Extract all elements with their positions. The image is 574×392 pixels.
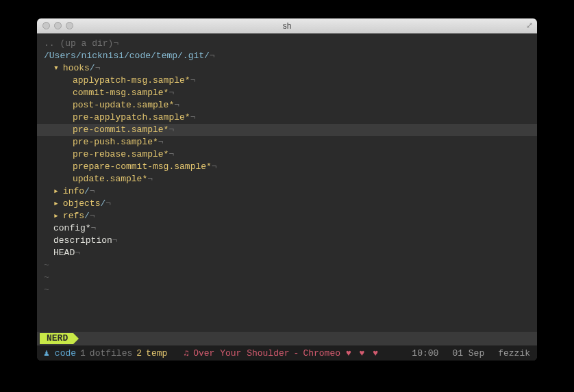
tree-row[interactable]: pre-commit.sample*¬ (37, 124, 537, 136)
file-name[interactable]: description (53, 235, 112, 246)
file-name[interactable]: prepare-commit-msg.sample* (73, 161, 212, 172)
eol-marker: ¬ (190, 112, 196, 122)
dir-name[interactable]: hooks (63, 63, 90, 73)
slash: / (84, 211, 90, 221)
dir-name[interactable]: info (63, 186, 84, 196)
tree-row[interactable]: post-update.sample*¬ (44, 99, 530, 112)
eol-marker: ¬ (169, 88, 174, 98)
tree-row[interactable]: description¬ (44, 235, 530, 247)
eol-marker: ¬ (75, 248, 80, 258)
session-icon: ♟ (44, 348, 49, 358)
tree-row[interactable]: config*¬ (44, 222, 530, 235)
eol-marker: ¬ (91, 223, 97, 233)
file-name[interactable]: applypatch-msg.sample* (73, 75, 190, 86)
music-icon: ♫ (184, 348, 189, 358)
tree-row[interactable]: ▸objects/¬ (44, 198, 530, 210)
slash: / (84, 186, 90, 196)
file-tree[interactable]: .. (up a dir)¬/Users/nicknisi/code/temp/… (37, 34, 537, 332)
eol-marker: ¬ (210, 50, 215, 62)
file-name[interactable]: pre-rebase.sample* (73, 149, 169, 159)
mode-badge: NERD (40, 333, 73, 344)
file-name[interactable]: pre-applypatch.sample* (73, 112, 190, 122)
music-artist: Chromeo (303, 348, 340, 358)
vim-statusbar: NERD (37, 332, 537, 345)
clock-time: 10:00 (412, 348, 438, 358)
tmux-window-name-2[interactable]: temp (146, 348, 167, 358)
eol-marker: ¬ (169, 125, 174, 135)
up-dir-label[interactable]: .. (up a dir) (44, 38, 113, 50)
eol-marker: ¬ (95, 63, 101, 73)
tree-row[interactable]: pre-rebase.sample*¬ (44, 148, 530, 161)
cwd-path: /Users/nicknisi/code/temp/.git/ (44, 50, 210, 62)
dir-name[interactable]: objects (63, 198, 101, 209)
tree-row[interactable]: applypatch-msg.sample*¬ (44, 75, 530, 87)
folder-open-icon[interactable]: ▾ (53, 63, 59, 73)
file-name[interactable]: pre-push.sample* (73, 137, 158, 147)
slash: / (90, 63, 95, 73)
tmux-window-index-1[interactable]: 1 (80, 348, 86, 358)
hostname: fezzik (498, 348, 530, 358)
eol-marker: ¬ (174, 100, 179, 110)
terminal-window: sh ⤢ .. (up a dir)¬/Users/nicknisi/code/… (37, 18, 537, 361)
folder-closed-icon[interactable]: ▸ (53, 211, 59, 221)
folder-closed-icon[interactable]: ▸ (53, 198, 59, 209)
tree-row[interactable]: pre-push.sample*¬ (44, 136, 530, 148)
eol-marker: ¬ (190, 75, 196, 86)
tree-row[interactable]: /Users/nicknisi/code/temp/.git/¬ (44, 50, 530, 62)
file-name[interactable]: pre-commit.sample* (73, 125, 169, 135)
music-title: Over Your Shoulder (193, 348, 289, 358)
terminal-body: .. (up a dir)¬/Users/nicknisi/code/temp/… (37, 34, 537, 361)
hearts-icon: ♥ ♥ ♥ (346, 348, 379, 358)
eol-marker: ¬ (113, 38, 118, 50)
eol-marker: ¬ (90, 186, 95, 196)
file-name[interactable]: post-update.sample* (73, 100, 174, 110)
file-name[interactable]: config* (53, 223, 91, 233)
tree-row[interactable]: pre-applypatch.sample*¬ (44, 112, 530, 124)
titlebar[interactable]: sh ⤢ (37, 18, 537, 34)
eol-marker: ¬ (112, 235, 118, 246)
clock-date: 01 Sep (452, 348, 484, 358)
tree-row[interactable]: .. (up a dir)¬ (44, 38, 530, 50)
tree-row[interactable]: prepare-commit-msg.sample*¬ (44, 161, 530, 173)
file-name[interactable]: HEAD (53, 248, 75, 258)
file-name[interactable]: commit-msg.sample* (73, 88, 169, 98)
tree-row[interactable]: HEAD¬ (44, 247, 530, 259)
tree-row[interactable]: ▾hooks/¬ (44, 62, 530, 75)
tmux-window-name-1[interactable]: dotfiles (90, 348, 132, 358)
tree-row[interactable]: update.sample*¬ (44, 173, 530, 185)
file-name[interactable]: update.sample* (73, 174, 147, 184)
eol-marker: ¬ (105, 198, 111, 209)
tmux-session-name[interactable]: code (55, 348, 76, 358)
empty-line: ~ (44, 272, 530, 284)
eol-marker: ¬ (212, 161, 217, 172)
expand-icon[interactable]: ⤢ (526, 21, 533, 31)
eol-marker: ¬ (158, 137, 164, 147)
music-sep: - (294, 348, 299, 358)
tree-row[interactable]: ▸refs/¬ (44, 210, 530, 222)
tmux-statusbar: ♟ code 1 dotfiles 2 temp ♫ Over Your Sho… (37, 345, 537, 361)
tmux-window-index-2[interactable]: 2 (136, 348, 142, 358)
tree-row[interactable]: commit-msg.sample*¬ (44, 87, 530, 99)
eol-marker: ¬ (169, 149, 174, 159)
tree-row[interactable]: ▸info/¬ (44, 185, 530, 198)
empty-line: ~ (44, 284, 530, 296)
folder-closed-icon[interactable]: ▸ (53, 186, 59, 196)
eol-marker: ¬ (90, 211, 95, 221)
window-title: sh (37, 21, 537, 31)
dir-name[interactable]: refs (63, 211, 84, 221)
eol-marker: ¬ (147, 174, 153, 184)
empty-line: ~ (44, 259, 530, 272)
